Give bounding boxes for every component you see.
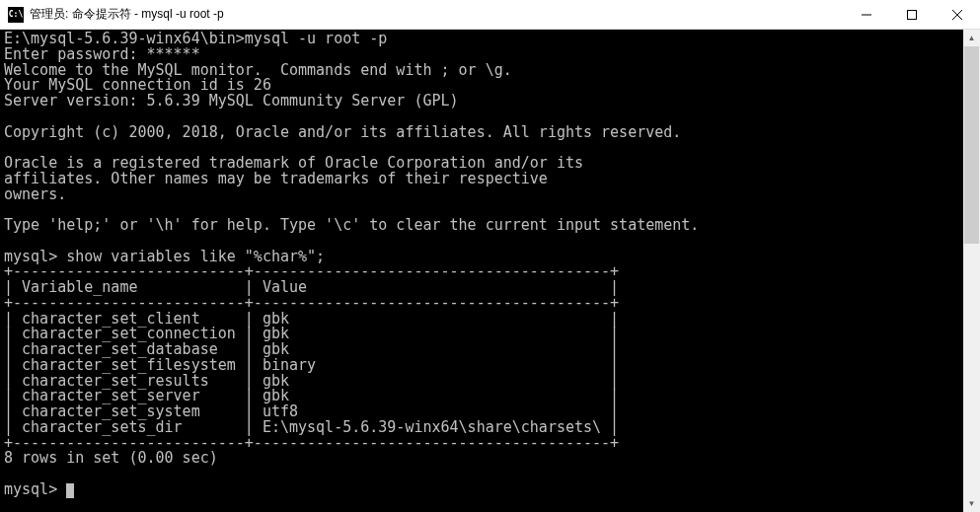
cmd-window: C:\ 管理员: 命令提示符 - mysql -u root -p E:\mys… [0, 0, 980, 512]
cursor [66, 483, 74, 498]
window-controls [844, 0, 980, 29]
close-icon [952, 10, 962, 20]
svg-rect-1 [908, 10, 917, 19]
maximize-icon [907, 10, 917, 20]
terminal-output[interactable]: E:\mysql-5.6.39-winx64\bin>mysql -u root… [0, 30, 980, 512]
scrollbar-thumb[interactable] [964, 46, 979, 244]
cmd-icon: C:\ [8, 7, 24, 23]
copyright-line: Copyright (c) 2000, 2018, Oracle and/or … [4, 123, 681, 141]
version-line: Server version: 5.6.39 MySQL Community S… [4, 92, 459, 110]
close-button[interactable] [935, 0, 980, 29]
mysql-prompt: mysql> [4, 480, 66, 498]
minimize-icon [862, 10, 871, 20]
maximize-button[interactable] [889, 0, 935, 29]
vertical-scrollbar[interactable]: ▲ ▼ [963, 30, 980, 512]
trademark-line: owners. [4, 185, 66, 203]
result-line: 8 rows in set (0.00 sec) [4, 449, 218, 467]
trademark-line: affiliates. Other names may be trademark… [4, 170, 548, 187]
window-title: 管理员: 命令提示符 - mysql -u root -p [30, 6, 844, 23]
help-line: Type 'help;' or '\h' for help. Type '\c'… [4, 216, 699, 234]
minimize-button[interactable] [844, 0, 889, 29]
scroll-up-arrow-icon[interactable]: ▲ [963, 30, 980, 46]
titlebar[interactable]: C:\ 管理员: 命令提示符 - mysql -u root -p [0, 0, 980, 30]
scroll-down-arrow-icon[interactable]: ▼ [963, 495, 980, 512]
